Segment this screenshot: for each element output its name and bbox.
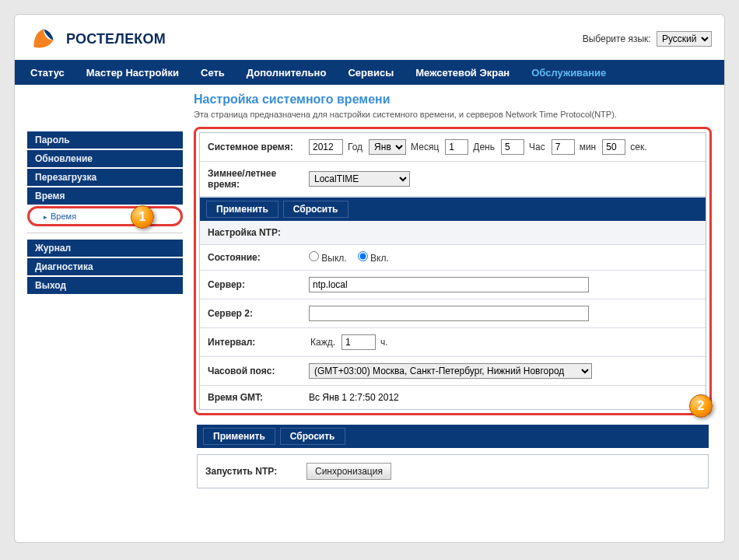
annotation-badge-1: 1 bbox=[131, 205, 154, 229]
row-dst: Зимнее/летнее время: LocalTIME bbox=[200, 162, 706, 197]
row-ntp-interval: Интервал: Кажд. ч. bbox=[200, 328, 706, 357]
ntp-server2-label: Сервер 2: bbox=[208, 308, 309, 319]
annotation-badge-2: 2 bbox=[689, 394, 713, 418]
highlight-box-2: Системное время: Год Янв Месяц День Час … bbox=[194, 127, 712, 415]
sidebar-item-diag[interactable]: Диагностика bbox=[27, 258, 183, 275]
sidebar-item-log[interactable]: Журнал bbox=[27, 240, 183, 257]
gmt-label: Время GMT: bbox=[208, 392, 309, 403]
reset-button-1[interactable]: Сбросить bbox=[283, 201, 348, 218]
time-panel: Системное время: Год Янв Месяц День Час … bbox=[199, 132, 706, 410]
nav-services[interactable]: Сервисы bbox=[337, 60, 405, 85]
sidebar-item-exit[interactable]: Выход bbox=[27, 277, 183, 294]
dst-select[interactable]: LocalTIME bbox=[309, 171, 410, 187]
highlight-box-1: Время 1 bbox=[27, 206, 183, 226]
ntp-buttonbar: Применить Сбросить bbox=[197, 425, 709, 448]
sync-button[interactable]: Синхронизация bbox=[306, 463, 391, 480]
year-input[interactable] bbox=[309, 139, 343, 155]
ntp-interval-label: Интервал: bbox=[208, 337, 309, 348]
body: Пароль Обновление Перезагрузка Время Вре… bbox=[15, 85, 724, 492]
nav-status[interactable]: Статус bbox=[19, 60, 75, 85]
sidebar-divider bbox=[27, 233, 183, 233]
ntp-server2-input[interactable] bbox=[309, 306, 589, 321]
logo: РОСТЕЛЕКОМ bbox=[27, 23, 166, 55]
sync-label: Запустить NTP: bbox=[205, 466, 306, 477]
min-unit: мин bbox=[580, 142, 597, 152]
dst-label: Зимнее/летнее время: bbox=[208, 168, 309, 190]
system-time-label: Системное время: bbox=[208, 142, 309, 152]
app-window: РОСТЕЛЕКОМ Выберите язык: Русский Статус… bbox=[14, 14, 725, 543]
logo-icon bbox=[27, 23, 60, 55]
row-system-time: Системное время: Год Янв Месяц День Час … bbox=[200, 133, 706, 162]
min-input[interactable] bbox=[552, 139, 575, 155]
sidebar-item-update[interactable]: Обновление bbox=[27, 150, 183, 167]
hour-unit: Час bbox=[529, 142, 545, 152]
sidebar-item-password[interactable]: Пароль bbox=[27, 131, 183, 149]
nav-wizard[interactable]: Мастер Настройки bbox=[75, 60, 190, 85]
page-title: Настройка системного времени bbox=[194, 93, 712, 107]
main-nav: Статус Мастер Настройки Сеть Дополнитель… bbox=[15, 60, 724, 85]
sec-unit: сек. bbox=[630, 142, 646, 152]
interval-input[interactable] bbox=[341, 334, 376, 350]
row-ntp-server: Сервер: bbox=[200, 271, 706, 299]
day-input[interactable] bbox=[445, 139, 468, 155]
apply-button-1[interactable]: Применить bbox=[206, 201, 278, 218]
time-buttonbar: Применить Сбросить bbox=[200, 197, 706, 221]
nav-advanced[interactable]: Дополнительно bbox=[236, 60, 338, 85]
row-timezone: Часовой пояс: (GMT+03:00) Москва, Санкт-… bbox=[200, 357, 706, 386]
gmt-value: Вс Янв 1 2:7:50 2012 bbox=[309, 392, 399, 403]
language-select[interactable]: Русский bbox=[657, 31, 712, 47]
reset-button-2[interactable]: Сбросить bbox=[280, 428, 345, 445]
ntp-server-label: Сервер: bbox=[208, 279, 309, 290]
content: Настройка системного времени Эта страниц… bbox=[183, 93, 712, 492]
logo-text: РОСТЕЛЕКОМ bbox=[66, 31, 166, 47]
year-unit: Год bbox=[348, 142, 362, 152]
row-ntp-server2: Сервер 2: bbox=[200, 299, 706, 328]
apply-button-2[interactable]: Применить bbox=[203, 428, 275, 445]
sidebar-item-reboot[interactable]: Перезагрузка bbox=[27, 169, 183, 186]
row-gmt: Время GMT: Вс Янв 1 2:7:50 2012 bbox=[200, 386, 706, 409]
ntp-state-label: Состояние: bbox=[208, 252, 309, 263]
ntp-title: Настройка NTP: bbox=[208, 227, 281, 238]
month-unit: Месяц bbox=[411, 142, 439, 152]
tz-label: Часовой пояс: bbox=[208, 366, 309, 376]
interval-prefix: Кажд. bbox=[310, 337, 335, 348]
topbar: РОСТЕЛЕКОМ Выберите язык: Русский bbox=[15, 15, 724, 60]
nav-firewall[interactable]: Межсетевой Экран bbox=[405, 60, 520, 85]
system-time-fields: Год Янв Месяц День Час мин сек. bbox=[309, 139, 698, 155]
nav-network[interactable]: Сеть bbox=[190, 60, 236, 85]
ntp-off-option[interactable]: Выкл. bbox=[309, 251, 347, 264]
hour-input[interactable] bbox=[501, 139, 524, 155]
page-desc: Эта страница предназначена для настройки… bbox=[194, 110, 712, 119]
day-unit: День bbox=[473, 142, 495, 152]
ntp-server-input[interactable] bbox=[309, 277, 589, 292]
language-label: Выберите язык: bbox=[583, 33, 651, 44]
nav-maintenance[interactable]: Обслуживание bbox=[520, 60, 617, 85]
sidebar: Пароль Обновление Перезагрузка Время Вре… bbox=[27, 93, 183, 492]
row-ntp-title: Настройка NTP: bbox=[200, 221, 706, 245]
language-selector: Выберите язык: Русский bbox=[583, 31, 712, 47]
ntp-off-radio[interactable] bbox=[309, 251, 319, 261]
sec-input[interactable] bbox=[602, 139, 625, 155]
interval-suffix: ч. bbox=[380, 337, 388, 348]
sync-panel: Запустить NTP: Синхронизация bbox=[197, 454, 709, 488]
ntp-on-option[interactable]: Вкл. bbox=[358, 251, 389, 264]
row-ntp-state: Состояние: Выкл. Вкл. bbox=[200, 245, 706, 271]
sidebar-item-time[interactable]: Время bbox=[27, 187, 183, 205]
ntp-on-radio[interactable] bbox=[358, 251, 368, 261]
tz-select[interactable]: (GMT+03:00) Москва, Санкт-Петербург, Ниж… bbox=[309, 363, 592, 379]
month-select[interactable]: Янв bbox=[369, 139, 406, 155]
